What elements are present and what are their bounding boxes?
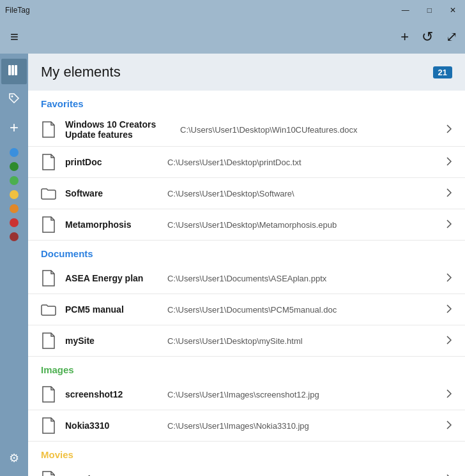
window-controls: — □ ✕ xyxy=(398,4,460,16)
file-type-icon xyxy=(41,184,56,202)
page-title: My elements xyxy=(41,64,121,80)
main-area: + ⚙ My elements 21 Favorites Windows 10 … xyxy=(0,54,465,476)
file-navigate-icon[interactable] xyxy=(446,389,452,401)
file-name: Software xyxy=(65,188,167,198)
file-name: mySite xyxy=(65,336,167,346)
add-button[interactable]: + xyxy=(400,29,409,45)
sidebar-item-books[interactable] xyxy=(1,59,27,84)
svg-point-3 xyxy=(11,95,13,97)
tag-icon xyxy=(8,92,20,108)
file-name: ASEA Energy plan xyxy=(65,273,167,283)
file-navigate-icon[interactable] xyxy=(446,335,452,347)
file-name: screenshot12 xyxy=(65,389,167,399)
color-dot-green[interactable] xyxy=(10,176,19,185)
file-navigate-icon[interactable] xyxy=(446,124,452,136)
file-navigate-icon[interactable] xyxy=(446,219,452,231)
file-item[interactable]: printDocC:\Users\User1\Desktop\printDoc.… xyxy=(28,147,465,178)
file-name: Windows 10 Creators Update features xyxy=(65,119,180,140)
file-path: C:\Users\User1\Desktop\mySite.html xyxy=(167,336,441,346)
file-item[interactable]: Nokia3310C:\Users\User1\Images\Nokia3310… xyxy=(28,410,465,442)
file-item[interactable]: mySiteC:\Users\User1\Desktop\mySite.html xyxy=(28,325,465,357)
file-type-icon xyxy=(41,121,56,138)
expand-button[interactable]: ⤢ xyxy=(446,29,457,45)
file-path: C:\Users\User1\Documents\ASEAplan.pptx xyxy=(167,274,441,283)
color-dot-green-dark[interactable] xyxy=(10,162,19,171)
file-item[interactable]: Windows 10 Creators Update featuresC:\Us… xyxy=(28,113,465,147)
file-item[interactable]: PCM5 manualC:\Users\User1\Documents\PCM5… xyxy=(28,294,465,325)
file-item[interactable]: SoftwareC:\Users\User1\Desktop\Software\ xyxy=(28,178,465,209)
file-path: C:\Users\User1\Images\Nokia3310.jpg xyxy=(167,421,441,431)
file-name: PCM5 manual xyxy=(65,304,167,315)
svg-rect-1 xyxy=(11,65,14,75)
file-navigate-icon[interactable] xyxy=(446,473,452,477)
content-header: My elements 21 xyxy=(28,54,465,91)
file-path: C:\Users\User1\Desktop\Win10CUfeatures.d… xyxy=(180,125,441,135)
file-type-icon xyxy=(41,417,56,435)
menu-button[interactable]: ≡ xyxy=(10,29,19,45)
file-type-icon xyxy=(41,269,56,287)
section-header-images: Images xyxy=(28,357,465,379)
file-path: C:\Users\User1\Documents\PCM5manual.doc xyxy=(167,305,441,315)
color-dot-red[interactable] xyxy=(10,218,19,227)
sidebar-item-settings[interactable]: ⚙ xyxy=(1,445,27,471)
file-item[interactable]: screenshot12C:\Users\User1\Images\screen… xyxy=(28,379,465,410)
file-path: C:\Users\User1\Desktop\printDoc.txt xyxy=(167,158,441,167)
color-dot-orange[interactable] xyxy=(10,204,19,213)
file-type-icon xyxy=(41,470,56,476)
file-item[interactable]: MetamorphosisC:\Users\User1\Desktop\Meta… xyxy=(28,209,465,241)
file-navigate-icon[interactable] xyxy=(446,156,452,168)
app-title: FileTag xyxy=(5,6,30,15)
plus-icon: + xyxy=(10,119,19,137)
section-header-documents: Documents xyxy=(28,241,465,263)
file-list: Favorites Windows 10 Creators Update fea… xyxy=(28,91,465,476)
file-navigate-icon[interactable] xyxy=(446,420,452,432)
sidebar: + ⚙ xyxy=(0,54,28,476)
svg-rect-0 xyxy=(8,65,11,75)
file-type-icon xyxy=(41,385,56,403)
file-item[interactable]: My adventuresC:\Users\User1\Videos\My ad… xyxy=(28,464,465,476)
file-path: C:\Users\User1\Desktop\Software\ xyxy=(167,189,441,198)
color-dot-yellow[interactable] xyxy=(10,190,19,199)
refresh-button[interactable]: ↺ xyxy=(422,29,433,45)
minimize-button[interactable]: — xyxy=(398,4,413,16)
file-type-icon xyxy=(41,301,56,318)
section-header-movies: Movies xyxy=(28,442,465,464)
file-navigate-icon[interactable] xyxy=(446,188,452,200)
file-type-icon xyxy=(41,216,56,234)
file-name: Nokia3310 xyxy=(65,420,167,431)
color-dot-blue[interactable] xyxy=(10,148,19,157)
file-name: printDoc xyxy=(65,157,167,167)
file-type-icon xyxy=(41,153,56,171)
count-badge: 21 xyxy=(433,66,452,78)
content-panel: My elements 21 Favorites Windows 10 Crea… xyxy=(28,54,465,476)
section-header-favorites: Favorites xyxy=(28,91,465,113)
close-button[interactable]: ✕ xyxy=(446,4,460,16)
file-path: C:\Users\User1\Images\screenshot12.jpg xyxy=(167,390,441,399)
file-item[interactable]: ASEA Energy planC:\Users\User1\Documents… xyxy=(28,263,465,294)
maximize-button[interactable]: □ xyxy=(423,4,436,16)
toolbar-right: + ↺ ⤢ xyxy=(400,29,457,45)
file-type-icon xyxy=(41,332,56,350)
color-dot-dark-red[interactable] xyxy=(10,232,19,241)
toolbar: ≡ + ↺ ⤢ xyxy=(0,20,465,54)
title-bar: FileTag — □ ✕ xyxy=(0,0,465,20)
sidebar-item-tags[interactable] xyxy=(1,87,27,112)
file-path: C:\Users\User1\Desktop\Metamorphosis.epu… xyxy=(167,220,441,230)
sidebar-item-add[interactable]: + xyxy=(1,115,27,140)
file-name: Metamorphosis xyxy=(65,219,167,230)
settings-icon: ⚙ xyxy=(9,451,19,465)
file-navigate-icon[interactable] xyxy=(446,304,452,316)
books-icon xyxy=(7,63,21,80)
svg-rect-2 xyxy=(15,65,17,75)
file-navigate-icon[interactable] xyxy=(446,272,452,285)
toolbar-left: ≡ xyxy=(10,29,19,45)
